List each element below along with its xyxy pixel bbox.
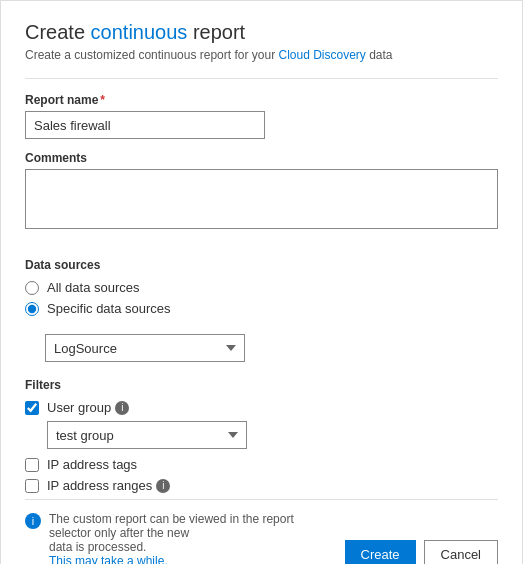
user-group-checkbox[interactable] — [25, 401, 39, 415]
ip-address-tags-label[interactable]: IP address tags — [47, 457, 137, 472]
ip-address-tags-checkbox[interactable] — [25, 458, 39, 472]
ip-address-ranges-row: IP address ranges i — [25, 478, 498, 493]
footer-info-icon: i — [25, 513, 41, 529]
radio-specific-input[interactable] — [25, 302, 39, 316]
report-name-label: Report name* — [25, 93, 498, 107]
user-group-dropdown[interactable]: test group — [47, 421, 247, 449]
ip-address-ranges-label[interactable]: IP address ranges — [47, 478, 152, 493]
data-sources-label: Data sources — [25, 258, 498, 272]
report-name-field: Report name* — [25, 93, 498, 139]
title-divider — [25, 78, 498, 79]
radio-all-sources: All data sources — [25, 280, 498, 295]
ip-address-ranges-checkbox[interactable] — [25, 479, 39, 493]
data-sources-group: All data sources Specific data sources — [25, 280, 498, 322]
footer-buttons: Create Cancel — [345, 540, 499, 564]
footer: i The custom report can be viewed in the… — [25, 499, 498, 564]
user-group-label[interactable]: User group — [47, 400, 111, 415]
comments-label: Comments — [25, 151, 498, 165]
radio-specific-label[interactable]: Specific data sources — [47, 301, 171, 316]
ip-address-tags-row: IP address tags — [25, 457, 498, 472]
title-part1: Create — [25, 21, 91, 43]
cloud-discovery-link[interactable]: Cloud Discovery — [278, 48, 365, 62]
filters-section: Filters User group i test group IP addre… — [25, 378, 498, 499]
ip-ranges-info-icon: i — [156, 479, 170, 493]
radio-all-input[interactable] — [25, 281, 39, 295]
filters-label: Filters — [25, 378, 498, 392]
radio-specific-sources: Specific data sources — [25, 301, 498, 316]
radio-all-label[interactable]: All data sources — [47, 280, 140, 295]
required-star: * — [100, 93, 105, 107]
user-group-checkbox-row: User group i — [25, 400, 498, 415]
title-part3: report — [187, 21, 245, 43]
comments-field: Comments — [25, 151, 498, 246]
create-button[interactable]: Create — [345, 540, 416, 564]
report-name-input[interactable] — [25, 111, 265, 139]
comments-input[interactable] — [25, 169, 498, 229]
dialog-title: Create continuous report — [25, 21, 498, 44]
dialog-subtitle: Create a customized continuous report fo… — [25, 48, 498, 62]
create-report-dialog: Create continuous report Create a custom… — [0, 0, 523, 564]
title-part2: continuous — [91, 21, 188, 43]
log-source-dropdown[interactable]: LogSource — [45, 334, 245, 362]
footer-blue-link: This may take a while. — [49, 554, 168, 564]
cancel-button[interactable]: Cancel — [424, 540, 498, 564]
footer-info-text: The custom report can be viewed in the r… — [49, 512, 329, 564]
user-group-info-icon: i — [115, 401, 129, 415]
